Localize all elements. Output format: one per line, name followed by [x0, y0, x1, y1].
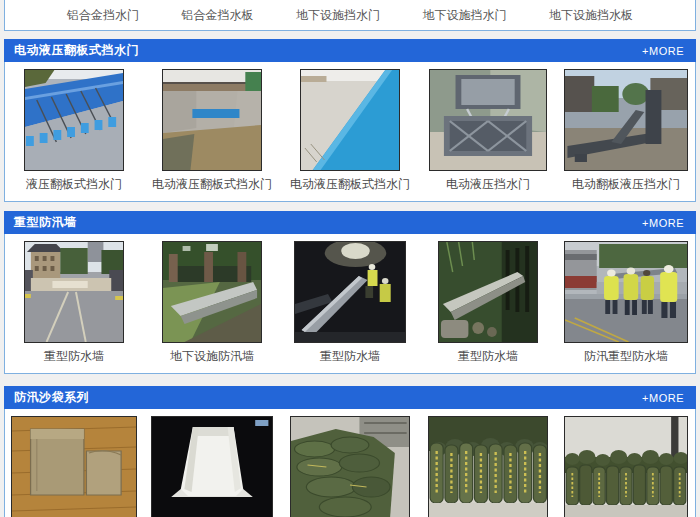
product-photo-art [565, 417, 687, 517]
product-photo-art [430, 70, 546, 170]
workers-carrying-flood-barrier-photo[interactable] [564, 241, 688, 343]
product-item: 重型防水墙 [419, 241, 557, 363]
white-woven-sack-photo[interactable] [151, 416, 273, 517]
product-caption-link[interactable]: 重型防水墙 [458, 349, 518, 363]
product-photo-art [565, 242, 687, 342]
flap-gate-construction-site-photo[interactable] [162, 69, 262, 171]
product-item: 液压翻板式挡水门 [5, 69, 143, 191]
product-photo-art [429, 417, 547, 517]
catalog-page: 铝合金挡水门 铝合金挡水板 地下设施挡水门 地下设施挡水门 地下设施挡水板 电动… [0, 0, 700, 517]
product-caption-link[interactable]: 铝合金挡水门 [67, 7, 139, 24]
product-caption-link[interactable]: 电动液压翻板式挡水门 [152, 177, 272, 191]
section-body: 液压翻板式挡水门 [4, 62, 696, 202]
product-caption-link[interactable]: 重型防水墙 [320, 349, 380, 363]
green-sandbag-pile-photo[interactable] [290, 416, 410, 517]
product-item: 防汛重型防水墙 [557, 241, 695, 363]
more-link[interactable]: +MORE [642, 45, 684, 57]
product-photo-art [25, 242, 123, 342]
product-photo-art [25, 70, 123, 170]
product-photo-art [295, 242, 405, 342]
blue-gate-panel-closeup-photo[interactable] [300, 69, 400, 171]
labeled-green-sandbags-photo[interactable] [428, 416, 548, 517]
product-caption-link[interactable]: 铝合金挡水板 [182, 7, 254, 24]
product-photo-art [565, 70, 687, 170]
lawn-flood-wall-photo[interactable] [162, 241, 262, 343]
section-flood-walls: 重型防汛墙 +MORE [4, 211, 696, 374]
product-caption-link[interactable]: 地下设施防汛墙 [170, 349, 254, 363]
product-item: 地下设施防汛墙 [143, 241, 281, 363]
product-caption-link[interactable]: 电动翻板液压挡水门 [572, 177, 680, 191]
product-item [281, 416, 419, 517]
section-header-bar: 重型防汛墙 +MORE [4, 211, 696, 234]
night-flood-wall-installation-photo[interactable] [294, 241, 406, 343]
product-photo-art [301, 70, 399, 170]
product-photo-art [439, 242, 537, 342]
riverside-flood-wall-photo[interactable] [438, 241, 538, 343]
blue-flap-gate-underside-photo[interactable] [24, 69, 124, 171]
section-title: 重型防汛墙 [14, 214, 77, 231]
steel-flap-gate-open-photo[interactable] [429, 69, 547, 171]
section-sandbags: 防汛沙袋系列 +MORE [4, 386, 696, 517]
section-body [4, 409, 696, 517]
green-sandbag-row-photo[interactable] [564, 416, 688, 517]
section-body: 重型防水墙 [4, 234, 696, 374]
product-caption-link[interactable]: 液压翻板式挡水门 [26, 177, 122, 191]
product-caption-link[interactable]: 电动液压翻板式挡水门 [290, 177, 410, 191]
more-link[interactable]: +MORE [642, 217, 684, 229]
section-title: 电动液压翻板式挡水门 [14, 42, 139, 59]
section-title: 防汛沙袋系列 [14, 389, 89, 406]
product-item: 电动翻板液压挡水门 [557, 69, 695, 191]
product-caption-link[interactable]: 地下设施挡水门 [423, 7, 507, 24]
product-item [5, 416, 143, 517]
product-item [557, 416, 695, 517]
product-caption-link[interactable]: 重型防水墙 [44, 349, 104, 363]
product-item: 重型防水墙 [5, 241, 143, 363]
product-item [143, 416, 281, 517]
product-item: 重型防水墙 [281, 241, 419, 363]
product-photo-art [12, 417, 136, 517]
product-item: 电动液压翻板式挡水门 [143, 69, 281, 191]
product-photo-art [152, 417, 272, 517]
product-photo-art [163, 242, 261, 342]
section-header-bar: 电动液压翻板式挡水门 +MORE [4, 39, 696, 62]
product-photo-art [163, 70, 261, 170]
steel-gate-frame-yard-photo[interactable] [564, 69, 688, 171]
product-caption-link[interactable]: 电动液压挡水门 [446, 177, 530, 191]
road-flood-wall-photo[interactable] [24, 241, 124, 343]
top-caption-strip: 铝合金挡水门 铝合金挡水板 地下设施挡水门 地下设施挡水门 地下设施挡水板 [4, 0, 696, 31]
canvas-sandbag-pair-photo[interactable] [11, 416, 137, 517]
product-caption-link[interactable]: 防汛重型防水墙 [584, 349, 668, 363]
product-item: 电动液压翻板式挡水门 [281, 69, 419, 191]
product-caption-link[interactable]: 地下设施挡水板 [549, 7, 633, 24]
product-photo-art [291, 417, 409, 517]
product-item [419, 416, 557, 517]
section-flap-gates: 电动液压翻板式挡水门 +MORE [4, 39, 696, 202]
product-caption-link[interactable]: 地下设施挡水门 [296, 7, 380, 24]
product-item: 电动液压挡水门 [419, 69, 557, 191]
section-header-bar: 防汛沙袋系列 +MORE [4, 386, 696, 409]
more-link[interactable]: +MORE [642, 392, 684, 404]
